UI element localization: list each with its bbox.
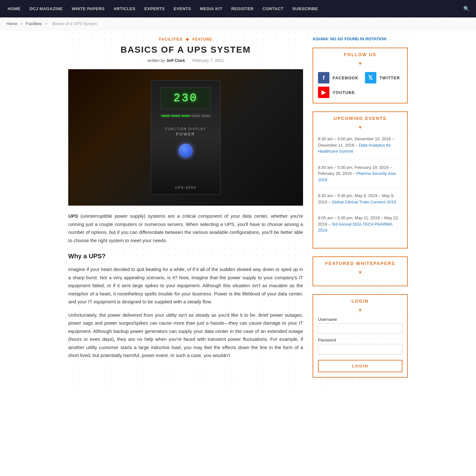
username-input[interactable] <box>318 323 402 334</box>
login-title: LOGIN <box>317 299 403 304</box>
event-item-4: 8:05 am – 5:30 pm, May 21, 2019 – May 22… <box>318 215 402 238</box>
article-paragraph-1: UPS (uninterruptible power supply) syste… <box>68 212 303 244</box>
facebook-label: FACEBOOK <box>333 76 359 80</box>
article-p1-text: (uninterruptible power supply) systems a… <box>68 213 303 243</box>
ups-device-image: 230 FUNCTION DISPLAY POWER UPS-650V <box>68 69 303 206</box>
sidebar: AS#404: NO AD FOUND IN ROTATION FOLLOW U… <box>313 36 408 386</box>
twitter-link[interactable]: 𝕏 TWITTER <box>365 72 400 83</box>
upcoming-events-arrow: ▼ <box>313 125 407 131</box>
event-3-link[interactable]: Global Clinical Trials Connect 2019 <box>332 200 396 204</box>
upcoming-events-title-bar: UPCOMING EVENTS <box>313 112 407 125</box>
nav-subscribe[interactable]: SUBSCRIBE <box>288 0 322 17</box>
widget-featured-whitepapers: FEATURED WHITEPAPERS ▼ <box>313 256 408 286</box>
username-group: Username <box>318 317 402 334</box>
event-item-3: 8:30 am – 5:30 pm, May 8, 2019 – May 9, … <box>318 193 402 210</box>
ups-model-label: UPS-650V <box>175 186 196 189</box>
article-paragraph-2: Imagine if your heart decided to quit be… <box>68 265 303 306</box>
widget-upcoming-events: UPCOMING EVENTS ▼ 8:30 am – 5:00 pm, Dec… <box>313 111 408 248</box>
ups-bar-1 <box>161 115 170 117</box>
article-image: 230 FUNCTION DISPLAY POWER UPS-650V <box>68 69 303 206</box>
ups-bar-3 <box>181 115 190 117</box>
upcoming-events-title: UPCOMING EVENTS <box>317 116 403 121</box>
breadcrumb: Home > Facilities > Basics of a UPS Syst… <box>0 17 476 30</box>
password-label: Password <box>318 338 402 342</box>
login-arrow: ▼ <box>313 307 407 314</box>
nav-articles[interactable]: ARTICLES <box>109 0 140 17</box>
follow-us-arrow: ▼ <box>313 61 407 67</box>
article-ups-em: UPS <box>68 213 78 219</box>
breadcrumb-sep1: > <box>20 21 23 26</box>
event-item-1: 8:30 am – 5:00 pm, December 10, 2018 – D… <box>318 136 402 159</box>
twitter-icon: 𝕏 <box>365 72 376 83</box>
follow-us-title-bar: FOLLOW US <box>313 48 407 62</box>
facebook-link[interactable]: f FACEBOOK <box>318 72 359 83</box>
breadcrumb-facilities[interactable]: Facilities <box>26 21 42 26</box>
password-input[interactable] <box>318 344 402 354</box>
search-icon[interactable]: 🔍 <box>460 6 473 12</box>
ups-func-label: FUNCTION DISPLAY <box>165 127 206 131</box>
ups-device: 230 FUNCTION DISPLAY POWER UPS-650V <box>151 80 221 195</box>
main-nav: HOME DCJ MAGAZINE WHITE PAPERS ARTICLES … <box>0 0 476 17</box>
twitter-label: TWITTER <box>380 76 400 80</box>
main-content: FACILITIES ◆ FEATURE BASICS OF A UPS SYS… <box>68 36 303 386</box>
youtube-label: YOUTUBE <box>333 90 355 95</box>
article-paragraph-3: Unfortunately, the power delivered from … <box>68 311 303 360</box>
ups-power-button <box>178 143 194 159</box>
follow-us-body: f FACEBOOK 𝕏 TWITTER ▶ YOUTUBE <box>313 67 407 103</box>
ups-power-label: POWER <box>176 132 195 136</box>
follow-us-title: FOLLOW US <box>317 52 403 57</box>
breadcrumb-current: Basics of a UPS System <box>52 21 97 26</box>
ups-bar-5 <box>201 115 210 117</box>
login-form: Username Password LOGIN <box>313 314 407 377</box>
youtube-icon: ▶ <box>318 87 329 98</box>
nav-events[interactable]: EVENTS <box>169 0 195 17</box>
sidebar-ad: AS#404: NO AD FOUND IN ROTATION <box>313 36 408 41</box>
widget-follow-us: FOLLOW US ▼ f FACEBOOK 𝕏 TWITTER <box>313 48 408 103</box>
featured-whitepapers-body <box>313 276 407 286</box>
ups-display: 230 <box>160 87 211 109</box>
username-label: Username <box>318 317 402 322</box>
article-h2-why: Why a UPS? <box>68 251 303 261</box>
nav-register[interactable]: REGISTER <box>227 0 258 17</box>
featured-whitepapers-title-bar: FEATURED WHITEPAPERS <box>313 257 407 270</box>
widget-login: LOGIN ▼ Username Password LOGIN <box>313 294 408 378</box>
ups-bar-2 <box>171 115 180 117</box>
tag-separator: ◆ <box>186 36 189 42</box>
nav-contact[interactable]: CONTACT <box>258 0 288 17</box>
nav-dcj-magazine[interactable]: DCJ MAGAZINE <box>25 0 67 17</box>
event-item-2: 8:30 am – 5:30 pm, February 19, 2019 – F… <box>318 164 402 188</box>
featured-whitepapers-arrow: ▼ <box>313 270 407 276</box>
social-row-1: f FACEBOOK 𝕏 TWITTER <box>318 72 402 83</box>
social-links: f FACEBOOK 𝕏 TWITTER ▶ YOUTUBE <box>318 72 402 98</box>
ups-bar-indicators <box>160 114 211 118</box>
upcoming-events-body: 8:30 am – 5:00 pm, December 10, 2018 – D… <box>313 131 407 248</box>
nav-media-kit[interactable]: MEDIA KIT <box>195 0 227 17</box>
nav-experts[interactable]: EXPERTS <box>140 0 169 17</box>
breadcrumb-sep2: > <box>45 21 48 26</box>
ups-bar-4 <box>191 115 200 117</box>
tag-facilities[interactable]: FACILITIES <box>159 37 183 42</box>
nav-white-papers[interactable]: WHITE PAPERS <box>67 0 109 17</box>
nav-home[interactable]: HOME <box>3 0 25 17</box>
article-tags: FACILITIES ◆ FEATURE <box>68 36 303 42</box>
article-written-by: written by Jeff Clark <box>147 58 186 63</box>
youtube-link[interactable]: ▶ YOUTUBE <box>318 87 355 98</box>
tag-feature[interactable]: FEATURE <box>192 37 212 42</box>
facebook-icon: f <box>318 72 329 83</box>
article-date: February 7, 2012 <box>193 58 224 63</box>
featured-whitepapers-title: FEATURED WHITEPAPERS <box>317 261 403 266</box>
social-row-2: ▶ YOUTUBE <box>318 87 402 98</box>
article-title: BASICS OF A UPS SYSTEM <box>68 45 303 55</box>
login-button[interactable]: LOGIN <box>318 360 402 372</box>
article-meta: written by Jeff Clark February 7, 2012 <box>68 58 303 63</box>
breadcrumb-home[interactable]: Home <box>6 21 17 26</box>
article-body: UPS (uninterruptible power supply) syste… <box>68 212 303 360</box>
page-wrap: FACILITIES ◆ FEATURE BASICS OF A UPS SYS… <box>63 30 413 392</box>
password-group: Password <box>318 338 402 354</box>
article-author: Jeff Clark <box>166 58 185 63</box>
login-title-bar: LOGIN <box>313 295 407 308</box>
